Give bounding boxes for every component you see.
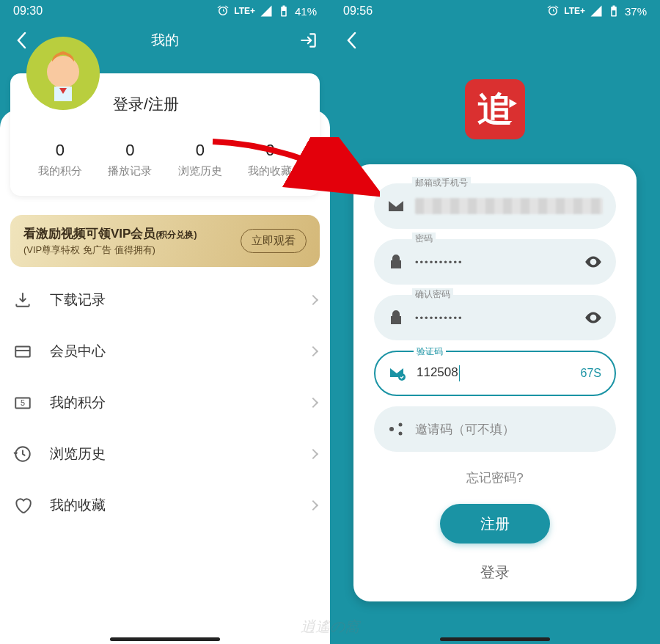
svg-point-6 (389, 427, 394, 431)
phone-right-register: 09:56 LTE+ 37% 追 邮箱或手机号 密码 •••••••••• (330, 0, 660, 644)
menu-downloads[interactable]: 下载记录 (10, 274, 320, 326)
avatar[interactable] (26, 37, 100, 110)
app-logo: 追 (465, 79, 525, 139)
vip-banner[interactable]: 看激励视频可领VIP会员(积分兑换) (VIP尊享特权 免广告 值得拥有) 立即… (10, 215, 320, 267)
nav-bar (440, 637, 550, 641)
lock-icon (387, 253, 405, 271)
status-right: LTE+ 41% (216, 4, 317, 18)
status-right: LTE+ 37% (546, 4, 647, 18)
history-icon (13, 444, 32, 464)
lte-label: LTE+ (564, 6, 585, 16)
status-bar: 09:30 LTE+ 41% (0, 0, 330, 22)
forgot-password-link[interactable]: 忘记密码? (374, 469, 616, 486)
chevron-right-icon (308, 346, 318, 356)
back-button[interactable] (340, 29, 362, 51)
vip-watch-button[interactable]: 立即观看 (241, 229, 307, 253)
battery-icon (607, 4, 620, 18)
email-field[interactable]: 邮箱或手机号 (374, 183, 616, 229)
alarm-icon (546, 4, 560, 18)
confirm-password-field[interactable]: 确认密码 •••••••••• (374, 295, 616, 340)
download-icon (13, 290, 32, 310)
password-field[interactable]: 密码 •••••••••• (374, 239, 616, 285)
stat-favorites[interactable]: 0我的收藏 (235, 141, 306, 178)
menu-favorites[interactable]: 我的收藏 (10, 480, 320, 531)
phone-left-profile: 09:30 LTE+ 41% 我的 登 (0, 0, 330, 644)
card-icon (13, 342, 32, 361)
chevron-right-icon (308, 398, 318, 408)
register-button[interactable]: 注册 (440, 504, 550, 544)
stat-points[interactable]: 0我的积分 (25, 141, 95, 178)
svg-text:5: 5 (21, 398, 25, 407)
battery-pct: 41% (295, 5, 317, 18)
content-area: 登录/注册 0我的积分 0播放记录 0浏览历史 0我的收藏 看激励视频可领VIP… (0, 110, 330, 644)
alarm-icon (216, 4, 230, 18)
signal-icon (260, 4, 273, 18)
vip-text: 看激励视频可领VIP会员(积分兑换) (VIP尊享特权 免广告 值得拥有) (23, 225, 197, 257)
code-value: 112508 (417, 365, 576, 381)
avatar-icon (34, 44, 92, 103)
login-register-link[interactable]: 登录/注册 (113, 88, 305, 114)
invite-placeholder: 邀请码（可不填） (415, 421, 603, 438)
share-icon (387, 420, 405, 438)
logout-button[interactable] (298, 29, 320, 51)
login-link[interactable]: 登录 (374, 563, 616, 582)
status-bar: 09:56 LTE+ 37% (330, 0, 660, 22)
confirm-password-value: •••••••••• (415, 312, 584, 323)
chevron-left-icon (16, 32, 26, 49)
invite-code-field[interactable]: 邀请码（可不填） (374, 406, 616, 452)
verification-code-field[interactable]: 验证码 112508 67S (374, 351, 616, 396)
exit-icon (299, 31, 318, 50)
mail-check-icon (389, 365, 406, 382)
battery-icon (277, 4, 290, 18)
email-value-blurred (415, 198, 603, 214)
svg-point-8 (399, 432, 403, 436)
chevron-right-icon (308, 449, 318, 459)
stat-history[interactable]: 0浏览历史 (165, 141, 235, 178)
back-button[interactable] (10, 29, 32, 51)
signal-icon (590, 4, 603, 18)
chevron-left-icon (346, 32, 356, 49)
nav-bar (110, 637, 220, 641)
password-value: •••••••••• (415, 257, 584, 268)
menu-list: 下载记录 会员中心 5 我的积分 浏览历史 我的收藏 (10, 274, 320, 531)
menu-history[interactable]: 浏览历史 (10, 428, 320, 480)
lock-icon (387, 309, 405, 326)
status-time: 09:30 (13, 4, 43, 18)
menu-vip-center[interactable]: 会员中心 (10, 326, 320, 377)
text-cursor (459, 365, 461, 381)
svg-point-0 (47, 56, 79, 88)
svg-point-7 (399, 423, 403, 427)
heart-icon (13, 496, 32, 515)
eye-icon[interactable] (584, 308, 603, 327)
register-form: 邮箱或手机号 密码 •••••••••• 确认密码 •••••••••• 验证码… (353, 164, 637, 601)
stat-playback[interactable]: 0播放记录 (95, 141, 166, 178)
status-time: 09:56 (343, 4, 373, 18)
eye-icon[interactable] (584, 252, 603, 271)
profile-card: 登录/注册 0我的积分 0播放记录 0浏览历史 0我的收藏 (10, 73, 320, 196)
menu-points[interactable]: 5 我的积分 (10, 377, 320, 428)
money-icon: 5 (13, 393, 32, 412)
svg-rect-2 (15, 347, 30, 357)
chevron-right-icon (308, 500, 318, 511)
topbar (330, 22, 660, 59)
mail-icon (387, 197, 405, 215)
stats-row: 0我的积分 0播放记录 0浏览历史 0我的收藏 (25, 141, 305, 178)
code-countdown: 67S (581, 367, 601, 380)
lte-label: LTE+ (234, 6, 255, 16)
chevron-right-icon (308, 295, 318, 305)
battery-pct: 37% (625, 5, 647, 18)
